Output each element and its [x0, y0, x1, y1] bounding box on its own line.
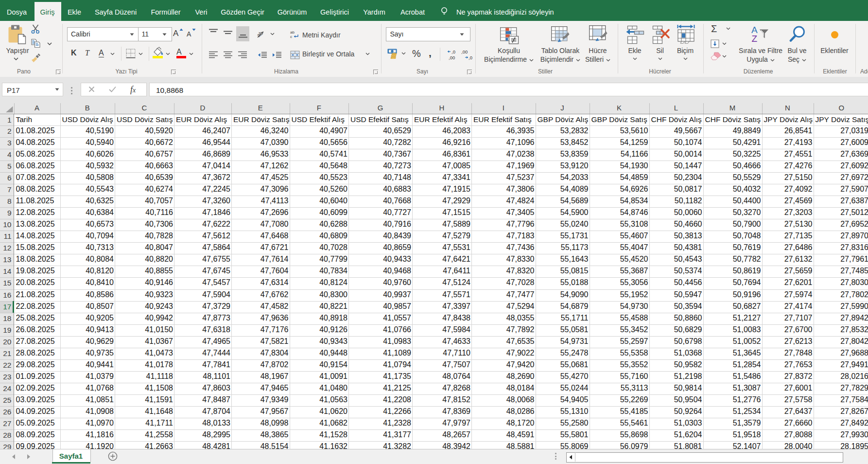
svg-text:Z: Z [752, 34, 758, 42]
svg-text:ab: ab [290, 30, 295, 35]
svg-text:,00: ,00 [461, 49, 468, 54]
svg-text:,0: ,0 [451, 49, 455, 54]
svg-text:c: c [290, 35, 292, 39]
svg-text:,00: ,00 [449, 55, 455, 60]
svg-text:ab: ab [257, 30, 264, 38]
